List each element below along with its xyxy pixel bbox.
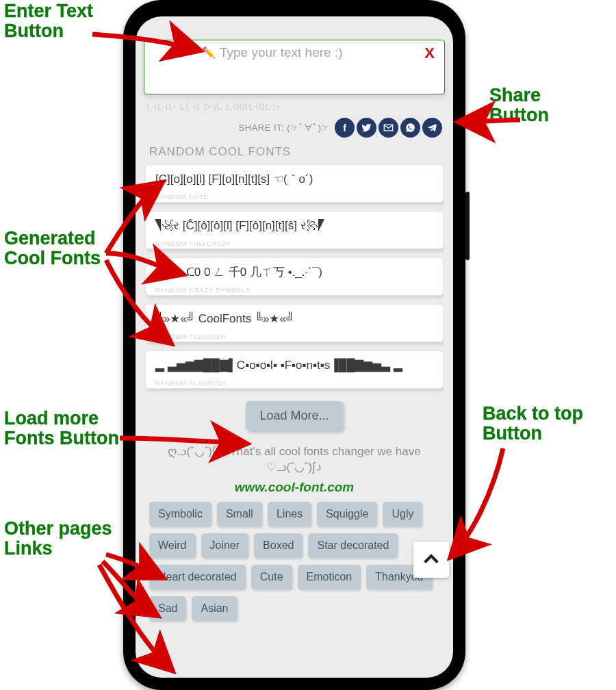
font-card-text: [C][o][o][l] [F][o][n][t][s] ☜(｀o´) <box>155 172 433 187</box>
chip-star-decorated[interactable]: Star decorated <box>308 533 398 558</box>
font-card-text: ▂ ▃▅▆▇██▇▌C▪o▪o▪l▪ ▪F▪o▪n▪t▪s▐██▇▆▅▃ ▂ <box>155 358 433 373</box>
annotation-enter-text: Enter Text Button <box>4 1 93 41</box>
chip-asian[interactable]: Asian <box>192 596 237 621</box>
font-card[interactable]: (‾̄ ‾̄)• ᑕ0 0 ㄥ 千0 几ㄒ丂 •._.·´¯) RANDOM C… <box>145 257 444 296</box>
chip-sad[interactable]: Sad <box>149 596 186 621</box>
chip-heart-decorated[interactable]: Heart decorated <box>149 565 246 589</box>
content-area: [C][o][o][l] [F][o][n][t][s] ☜(｀o´) RAND… <box>145 164 444 678</box>
text-input-card[interactable]: ✏️ Type your text here :) X <box>144 40 445 94</box>
faded-background-text: ᒷIᒷIᒷ ᒐ( ᐛ ᐕ)ᒐ ᒷ00IᒷI0ᒷI⦢ <box>146 101 442 113</box>
end-message: ღᓗ(ˆ◡ˆ)ʃ♡ That's all cool fonts changer … <box>145 444 444 476</box>
annotation-load-more: Load more Fonts Button <box>4 409 119 448</box>
font-card[interactable]: ╚»★«╝ CoolFonts ╚»★«╝ RANDOM FLOURISH <box>145 304 444 342</box>
pencil-icon: ✏️ <box>202 46 216 59</box>
back-to-top-button[interactable] <box>413 542 449 578</box>
facebook-icon[interactable]: f <box>335 118 355 138</box>
load-more-button[interactable]: Load More... <box>246 401 342 431</box>
font-card-subtitle: RANDOM FLOURISH <box>155 333 226 340</box>
annotation-back-to-top: Back to top Button <box>483 404 583 444</box>
phone-screen: ✏️ Type your text here :) X ᒷIᒷIᒷ ᒐ( ᐛ ᐕ… <box>136 16 453 678</box>
share-row: SHARE IT: (☞ﾟ∀ﾟ)☞ f <box>239 118 442 138</box>
chip-weird[interactable]: Weird <box>149 533 196 558</box>
text-input-placeholder: Type your text here :) <box>220 44 422 60</box>
annotation-other-links: Other pages Links <box>4 519 112 559</box>
chip-lines[interactable]: Lines <box>268 502 311 526</box>
chip-ugly[interactable]: Ugly <box>383 502 422 526</box>
whatsapp-icon[interactable] <box>400 118 420 138</box>
chip-symbolic[interactable]: Symbolic <box>149 502 211 526</box>
chip-cute[interactable]: Cute <box>251 565 292 589</box>
chip-joiner[interactable]: Joiner <box>201 533 249 558</box>
clear-input-button[interactable]: X <box>422 44 437 62</box>
share-label: SHARE IT: (☞ﾟ∀ﾟ)☞ <box>239 123 330 133</box>
telegram-icon[interactable] <box>422 118 442 138</box>
email-icon[interactable] <box>378 118 398 138</box>
category-chips: Symbolic Small Lines Squiggle Ugly Weird… <box>145 502 444 625</box>
chip-squiggle[interactable]: Squiggle <box>317 502 377 526</box>
font-card[interactable]: [C][o][o][l] [F][o][n][t][s] ☜(｀o´) RAND… <box>145 164 444 203</box>
phone-power-button <box>465 192 470 260</box>
twitter-icon[interactable] <box>357 118 376 138</box>
font-card-subtitle: RANDOM CRAZY SYMBOLS <box>155 287 251 294</box>
font-card-text: ╚»★«╝ CoolFonts ╚»★«╝ <box>155 311 433 327</box>
chip-boxed[interactable]: Boxed <box>254 533 303 558</box>
font-card-text: (‾̄ ‾̄)• ᑕ0 0 ㄥ 千0 几ㄒ丂 •._.·´¯) <box>155 265 433 280</box>
site-url-link[interactable]: www.cool-font.com <box>145 480 444 495</box>
phone-frame: ✏️ Type your text here :) X ᒷIᒷIᒷ ᒐ( ᐛ ᐕ… <box>123 0 465 690</box>
chip-small[interactable]: Small <box>217 502 262 526</box>
font-card[interactable]: ◥꧁ર [Ĉ][ô][ô][l] [F][ô][n][t][ŝ] ર꧂◤ RAN… <box>145 211 444 249</box>
font-card-subtitle: RANDOM FLOURISH <box>155 380 226 387</box>
font-card-subtitle: RANDOM CUTE <box>155 194 209 201</box>
chevron-up-icon <box>422 550 441 570</box>
annotation-generated: Generated Cool Fonts <box>4 229 101 268</box>
font-card[interactable]: ▂ ▃▅▆▇██▇▌C▪o▪o▪l▪ ▪F▪o▪n▪t▪s▐██▇▆▅▃ ▂ R… <box>145 350 444 389</box>
annotation-share-btn: Share Button <box>489 86 549 125</box>
chip-emoticon[interactable]: Emoticon <box>298 565 361 589</box>
font-card-text: ◥꧁ર [Ĉ][ô][ô][l] [F][ô][n][t][ŝ] ર꧂◤ <box>155 218 433 233</box>
section-title: RANDOM COOL FONTS <box>149 145 291 159</box>
font-card-subtitle: RANDOM FULLCRAZY <box>155 240 231 247</box>
